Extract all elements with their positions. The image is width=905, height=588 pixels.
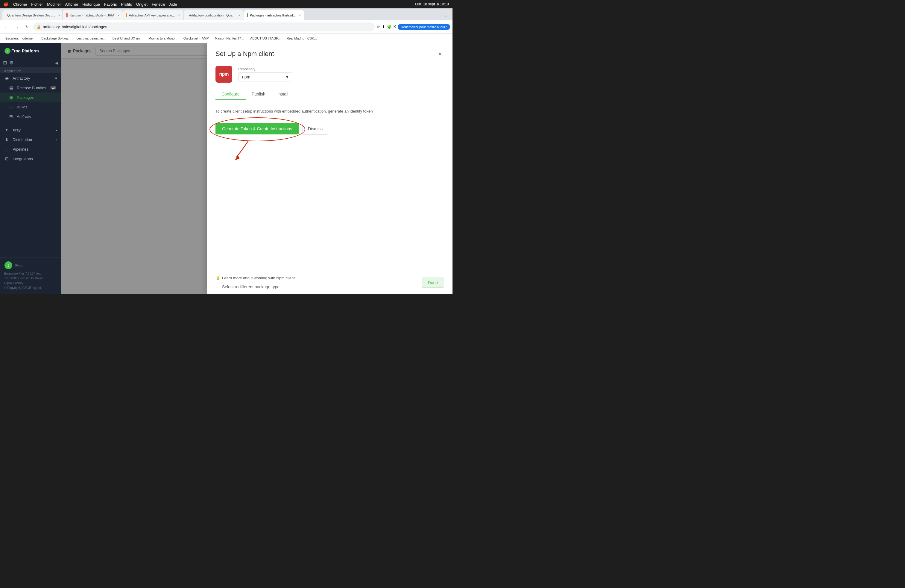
integrations-icon: ⊞ bbox=[4, 156, 10, 161]
forward-button[interactable]: → bbox=[13, 23, 21, 31]
bookmark-7[interactable]: Maison Nantes T4... bbox=[213, 36, 247, 41]
bookmark-4-label: Best UI and UX an... bbox=[113, 37, 143, 40]
menu-aide[interactable]: Aide bbox=[169, 2, 177, 6]
tab-4-close[interactable]: ✕ bbox=[238, 14, 241, 17]
apple-menu[interactable]: 🍎 bbox=[3, 2, 8, 6]
bookmark-star-icon[interactable]: ☆ bbox=[376, 25, 380, 29]
sidebar-item-packages[interactable]: ▦ Packages bbox=[0, 92, 61, 102]
done-button[interactable]: Done bbox=[422, 278, 444, 288]
apps-grid-icon[interactable]: ⊞ bbox=[3, 60, 7, 65]
address-field[interactable]: 🔒 artifactory.thalesdigital.io/ui/packag… bbox=[33, 22, 375, 32]
tab-1-close[interactable]: ✕ bbox=[58, 14, 60, 17]
mac-menu-items: Chrome Fichier Modifier Afficher Histori… bbox=[13, 2, 177, 6]
distribution-label: Distribution bbox=[13, 137, 32, 142]
sidebar-item-distribution[interactable]: ⬇ Distribution ▸ bbox=[0, 135, 61, 144]
svg-text:J: J bbox=[6, 49, 8, 53]
jfrog-text: Frog Platform bbox=[11, 49, 39, 53]
sidebar-toolbar: ⊞ ⚙ ◀ bbox=[0, 59, 61, 67]
profile-icon[interactable]: K bbox=[394, 25, 396, 29]
tab-3[interactable]: Artifactory API key deprecatio... ✕ bbox=[123, 10, 183, 21]
tab-2-label: Kanban - Tableau Agile – JIRA bbox=[70, 13, 114, 17]
svg-marker-8 bbox=[235, 155, 240, 160]
collapse-sidebar-btn[interactable]: ◀ bbox=[55, 60, 58, 65]
address-bar-row: ← → ↻ 🔒 artifactory.thalesdigital.io/ui/… bbox=[0, 21, 452, 33]
pipelines-label: Pipelines bbox=[13, 147, 29, 151]
sidebar-item-integrations[interactable]: ⊞ Integrations bbox=[0, 154, 61, 164]
repo-dropdown[interactable]: npm ▾ bbox=[238, 72, 292, 81]
bookmark-7-label: Maison Nantes T4... bbox=[215, 37, 244, 40]
jfrog-bottom-logo: J JFrog bbox=[4, 261, 57, 269]
tab-5-favicon bbox=[247, 13, 248, 17]
bookmark-2[interactable]: Backstage Softwa... bbox=[39, 36, 73, 41]
extensions-icon[interactable]: 🧩 bbox=[387, 25, 392, 29]
menu-fichier[interactable]: Fichier bbox=[31, 2, 43, 6]
bookmark-3-label: Les plus beaux lac... bbox=[76, 37, 106, 40]
new-tab-button[interactable]: + bbox=[442, 12, 450, 21]
bookmark-1[interactable]: Escaliers moderne... bbox=[3, 36, 38, 41]
menu-onglet[interactable]: Onglet bbox=[136, 2, 148, 6]
menu-afficher[interactable]: Afficher bbox=[65, 2, 78, 6]
tab-publish[interactable]: Publish bbox=[246, 89, 272, 100]
restart-button[interactable]: Redémarrer pour mettre à jour : bbox=[398, 24, 450, 30]
modal-close-button[interactable]: × bbox=[436, 50, 444, 58]
bookmark-9[interactable]: Real Madrid - CSK... bbox=[284, 36, 319, 41]
bookmark-5[interactable]: Moving to a Mono... bbox=[146, 36, 180, 41]
tab-3-close[interactable]: ✕ bbox=[178, 14, 180, 17]
sidebar-item-xray[interactable]: ✦ Xray ▸ bbox=[0, 125, 61, 135]
tab-install[interactable]: Install bbox=[272, 89, 294, 100]
version-line2: 76314900 Licensed to Thales bbox=[4, 276, 57, 281]
menu-fenetre[interactable]: Fenêtre bbox=[152, 2, 165, 6]
application-section-label: Application bbox=[0, 67, 61, 73]
tab-2-favicon bbox=[66, 13, 68, 17]
menu-favoris[interactable]: Favoris bbox=[104, 2, 117, 6]
tab-3-label: Artifactory API key deprecatio... bbox=[129, 13, 175, 17]
bookmark-1-label: Escaliers moderne... bbox=[5, 37, 35, 40]
menu-historique[interactable]: Historique bbox=[82, 2, 100, 6]
bookmark-6[interactable]: Quickstart – AMP bbox=[181, 36, 211, 41]
main-content: J Frog Platform ⊞ ⚙ ◀ Application ◉ Arti… bbox=[0, 43, 452, 294]
menu-modifier[interactable]: Modifier bbox=[47, 2, 61, 6]
reload-button[interactable]: ↻ bbox=[23, 23, 31, 31]
release-bundles-icon: ▤ bbox=[8, 85, 14, 90]
mac-time: Lun. 18 sept. à 10:10 bbox=[415, 2, 449, 6]
builds-icon: ⊙ bbox=[8, 105, 14, 109]
menu-profils[interactable]: Profils bbox=[121, 2, 132, 6]
tab-1[interactable]: Quantum Design System Docu... ✕ bbox=[2, 10, 62, 21]
tab-3-favicon bbox=[126, 13, 127, 17]
tab-2[interactable]: Kanban - Tableau Agile – JIRA ✕ bbox=[63, 10, 123, 21]
tab-2-close[interactable]: ✕ bbox=[117, 14, 120, 17]
sidebar-item-artifactory[interactable]: ◉ Artifactory ▾ bbox=[0, 73, 61, 83]
tab-5[interactable]: Packages - artifactory.thalesd... ✕ bbox=[244, 10, 304, 21]
bookmark-4[interactable]: Best UI and UX an... bbox=[110, 36, 145, 41]
sidebar-item-builds[interactable]: ⊙ Builds bbox=[0, 102, 61, 112]
sidebar-item-release-bundles[interactable]: ▤ Release Bundles v2 bbox=[0, 83, 61, 92]
tab-configure[interactable]: Configure bbox=[216, 89, 246, 100]
learn-more-text: Learn more about working with Npm client bbox=[222, 276, 295, 280]
bookmark-9-label: Real Madrid - CSK... bbox=[287, 37, 317, 40]
tab-4-favicon bbox=[187, 13, 187, 17]
bookmark-8-label: ABOUT US | TAGP... bbox=[250, 37, 281, 40]
tab-5-close[interactable]: ✕ bbox=[298, 14, 301, 17]
sidebar-item-pipelines[interactable]: ⋮ Pipelines bbox=[0, 144, 61, 154]
sidebar-item-artifacts[interactable]: ⊟ Artifacts bbox=[0, 112, 61, 121]
version-line4: © Copyright 2023 JFrog Ltd. bbox=[4, 286, 57, 291]
modal-repo-row: npm Repository npm ▾ bbox=[207, 63, 452, 89]
select-package-row[interactable]: ← Select a different package type bbox=[216, 284, 295, 289]
menu-chrome[interactable]: Chrome bbox=[13, 2, 27, 6]
learn-more-link[interactable]: 💡 Learn more about working with Npm clie… bbox=[216, 276, 295, 280]
bookmark-3[interactable]: Les plus beaux lac... bbox=[74, 36, 109, 41]
back-arrow-icon: ← bbox=[216, 284, 220, 289]
back-button[interactable]: ← bbox=[2, 23, 11, 31]
tab-4-label: Artifactory configuration | Qua... bbox=[189, 13, 235, 17]
jfrog-logo: J Frog Platform bbox=[4, 48, 39, 54]
dismiss-button[interactable]: Dismiss bbox=[302, 123, 328, 135]
xray-icon: ✦ bbox=[4, 127, 10, 132]
share-icon[interactable]: ⬆ bbox=[382, 25, 385, 29]
modal-header: Set Up a Npm client × bbox=[207, 43, 452, 63]
bookmark-8[interactable]: ABOUT US | TAGP... bbox=[248, 36, 283, 41]
integrations-label: Integrations bbox=[13, 157, 33, 161]
generate-token-button[interactable]: Generate Token & Create Instructions bbox=[216, 123, 298, 134]
settings-icon[interactable]: ⚙ bbox=[9, 60, 13, 65]
xray-arrow-icon: ▸ bbox=[56, 129, 57, 132]
tab-4[interactable]: Artifactory configuration | Qua... ✕ bbox=[184, 10, 244, 21]
